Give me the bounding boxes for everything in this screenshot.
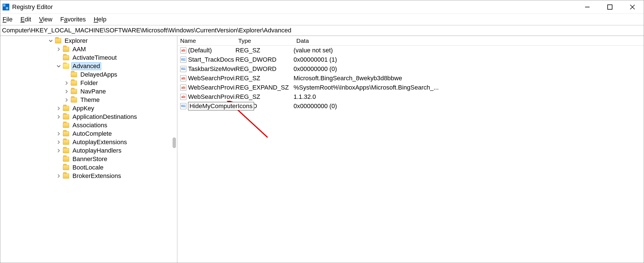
tree-item-aam[interactable]: AAM: [0, 45, 177, 54]
tree-item-label: Advanced: [71, 62, 101, 70]
chevron-down-icon[interactable]: [56, 63, 62, 69]
chevron-right-icon[interactable]: [56, 131, 62, 137]
folder-icon: [63, 114, 69, 119]
tree-item-label: Explorer: [63, 37, 89, 45]
tree-item-appkey[interactable]: AppKey: [0, 104, 177, 113]
column-header-data[interactable]: Data: [294, 36, 644, 45]
address-bar[interactable]: Computer\HKEY_LOCAL_MACHINE\SOFTWARE\Mic…: [0, 25, 644, 36]
value-type: REG_SZ: [235, 93, 294, 101]
chevron-right-icon[interactable]: [56, 105, 62, 112]
chevron-right-icon[interactable]: [63, 80, 70, 86]
list-pane[interactable]: Name Type Data (Default)REG_SZ(value not…: [177, 36, 644, 263]
list-header: Name Type Data: [177, 36, 644, 46]
menu-file[interactable]: File: [3, 16, 12, 23]
rename-input[interactable]: HideMyComputerIcons: [188, 102, 254, 110]
column-header-name[interactable]: Name: [177, 36, 235, 45]
tree-item-delayedapps[interactable]: DelayedApps: [0, 70, 177, 79]
tree-item-label: Folder: [79, 79, 99, 87]
tree-scrollbar-thumb[interactable]: [173, 137, 176, 148]
window-controls: [576, 0, 644, 14]
value-data: 0x00000000 (0): [294, 102, 644, 110]
tree-item-label: BrokerExtensions: [71, 172, 122, 180]
tree-item-label: DelayedApps: [79, 71, 118, 79]
value-row[interactable]: WebSearchProvi...REG_EXPAND_SZ%SystemRoo…: [177, 83, 644, 92]
tree-item-autoplayextensions[interactable]: AutoplayExtensions: [0, 138, 177, 146]
value-row[interactable]: WebSearchProvi...REG_SZ1.1.32.0: [177, 92, 644, 101]
value-row[interactable]: HideMyComputerIcons)WORD0x00000000 (0): [177, 101, 644, 111]
tree-item-activatetimeout[interactable]: ActivateTimeout: [0, 54, 177, 62]
tree-item-label: ActivateTimeout: [71, 54, 118, 62]
menu-bar: File Edit View Favorites Help: [0, 14, 644, 25]
folder-icon: [71, 72, 77, 77]
value-row[interactable]: Start_TrackDocsREG_DWORD0x00000001 (1): [177, 55, 644, 64]
tree-item-label: AAM: [71, 45, 87, 53]
tree-item-label: AutoComplete: [71, 130, 113, 138]
tree-item-label: AutoplayHandlers: [71, 147, 123, 155]
value-data: %SystemRoot%\InboxApps\Microsoft.BingSea…: [294, 84, 644, 91]
value-row[interactable]: TaskbarSizeMoveREG_DWORD0x00000000 (0): [177, 64, 644, 73]
value-data: 0x00000000 (0): [294, 65, 644, 73]
folder-icon: [63, 157, 69, 162]
menu-view[interactable]: View: [39, 16, 52, 23]
value-row[interactable]: (Default)REG_SZ(value not set): [177, 46, 644, 55]
title-bar: Registry Editor: [0, 0, 644, 14]
chevron-down-icon[interactable]: [48, 38, 54, 44]
value-type: REG_SZ: [235, 47, 294, 54]
tree-item-brokerextensions[interactable]: BrokerExtensions: [0, 172, 177, 180]
value-row[interactable]: WebSearchProvi...REG_SZMicrosoft.BingSea…: [177, 73, 644, 83]
value-type: REG_DWORD: [235, 65, 294, 73]
folder-icon: [71, 97, 77, 102]
folder-icon: [63, 123, 69, 128]
main-split: ExplorerAAMActivateTimeoutAdvancedDelaye…: [0, 36, 644, 263]
tree-item-label: Theme: [79, 96, 101, 104]
dword-value-icon: [180, 103, 186, 109]
tree-item-label: BannerStore: [71, 155, 109, 163]
minimize-button[interactable]: [576, 0, 599, 14]
chevron-right-icon[interactable]: [63, 88, 70, 95]
tree-item-theme[interactable]: Theme: [0, 96, 177, 104]
menu-help[interactable]: Help: [94, 16, 106, 23]
tree-item-autoplayhandlers[interactable]: AutoplayHandlers: [0, 146, 177, 155]
tree-item-autocomplete[interactable]: AutoComplete: [0, 130, 177, 138]
value-data: 0x00000001 (1): [294, 56, 644, 63]
maximize-button[interactable]: [599, 0, 621, 14]
menu-favorites[interactable]: Favorites: [60, 16, 86, 23]
dword-value-icon: [180, 57, 186, 63]
folder-icon: [63, 106, 69, 111]
tree-item-folder[interactable]: Folder: [0, 79, 177, 87]
tree-item-label: AppKey: [71, 104, 95, 112]
value-name: (Default): [188, 47, 212, 54]
regedit-icon: [3, 4, 9, 10]
tree-item-navpane[interactable]: NavPane: [0, 87, 177, 96]
chevron-right-icon[interactable]: [56, 148, 62, 154]
chevron-right-icon[interactable]: [56, 173, 62, 179]
chevron-right-icon[interactable]: [56, 46, 62, 52]
value-data: 1.1.32.0: [294, 93, 644, 101]
menu-edit[interactable]: Edit: [20, 16, 31, 23]
tree-item-bootlocale[interactable]: BootLocale: [0, 163, 177, 172]
column-header-type[interactable]: Type: [235, 36, 294, 45]
tree-item-label: NavPane: [79, 88, 107, 95]
value-name: WebSearchProvi...: [188, 93, 235, 101]
window-title: Registry Editor: [12, 3, 53, 11]
tree-item-label: BootLocale: [71, 164, 105, 171]
tree-item-bannerstore[interactable]: BannerStore: [0, 155, 177, 163]
address-path: Computer\HKEY_LOCAL_MACHINE\SOFTWARE\Mic…: [2, 27, 291, 34]
tree-item-associations[interactable]: Associations: [0, 121, 177, 130]
value-data: (value not set): [294, 47, 644, 54]
tree-pane[interactable]: ExplorerAAMActivateTimeoutAdvancedDelaye…: [0, 36, 177, 263]
chevron-right-icon[interactable]: [56, 114, 62, 120]
tree-item-label: Associations: [71, 121, 109, 129]
chevron-right-icon[interactable]: [56, 139, 62, 145]
value-name: WebSearchProvi...: [188, 75, 235, 82]
tree-item-applicationdestinations[interactable]: ApplicationDestinations: [0, 113, 177, 121]
folder-icon: [63, 148, 69, 153]
chevron-right-icon[interactable]: [63, 97, 70, 103]
folder-icon: [63, 55, 69, 60]
tree-item-explorer[interactable]: Explorer: [0, 37, 177, 45]
value-type: REG_SZ: [235, 75, 294, 82]
tree-item-advanced[interactable]: Advanced: [0, 62, 177, 70]
close-button[interactable]: [621, 0, 644, 14]
string-value-icon: [180, 94, 186, 100]
dword-value-icon: [180, 66, 186, 72]
